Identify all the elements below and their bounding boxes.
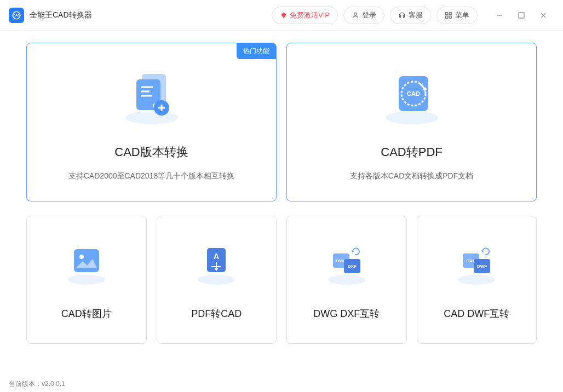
- titlebar: CAD 全能王CAD转换器 免费激活VIP 登录 客服 菜单: [0, 0, 563, 31]
- svg-text:DXF: DXF: [348, 264, 357, 269]
- status-bar: 当前版本：v2.0.0.1: [9, 379, 65, 389]
- close-icon: [539, 11, 547, 19]
- vip-activate-button[interactable]: 免费激活VIP: [272, 7, 338, 24]
- grid-icon: [445, 11, 452, 19]
- maximize-button[interactable]: [510, 7, 532, 24]
- cad-to-pdf-icon: CAD: [379, 63, 445, 129]
- svg-point-28: [79, 255, 84, 259]
- svg-rect-27: [74, 249, 99, 272]
- minimize-icon: [496, 11, 503, 19]
- card-cad-to-pdf[interactable]: CAD CAD转PDF 支持各版本CAD文档转换成PDF文档: [286, 43, 537, 201]
- app-logo-icon: CAD: [9, 8, 24, 23]
- headset-icon: [398, 11, 406, 19]
- cad-dwf-icon: CAD DWF: [452, 239, 501, 289]
- main-content: 热门功能 CAD CAD版本转换 支持CAD2000至CAD2018等几十个版本…: [0, 31, 563, 349]
- card-title: DWG DXF互转: [313, 307, 380, 320]
- card-cad-dwf[interactable]: CAD DWF CAD DWF互转: [417, 216, 537, 344]
- card-title: PDF转CAD: [191, 307, 242, 320]
- card-title: CAD DWF互转: [444, 307, 509, 320]
- card-pdf-to-cad[interactable]: A PDF转CAD: [157, 216, 277, 344]
- svg-rect-4: [449, 12, 451, 14]
- svg-point-2: [354, 13, 357, 15]
- diamond-icon: [280, 11, 288, 19]
- vip-label: 免费激活VIP: [290, 10, 330, 20]
- card-title: CAD转PDF: [381, 144, 442, 160]
- svg-rect-6: [449, 16, 451, 18]
- svg-point-35: [328, 275, 365, 285]
- login-label: 登录: [362, 10, 376, 20]
- version-label: 当前版本：: [9, 380, 42, 388]
- maximize-icon: [518, 12, 525, 19]
- support-label: 客服: [409, 10, 423, 20]
- svg-text:A: A: [214, 252, 219, 261]
- card-cad-to-image[interactable]: CAD转图片: [26, 216, 147, 344]
- svg-point-11: [125, 111, 178, 124]
- svg-rect-3: [446, 12, 448, 14]
- card-desc: 支持CAD2000至CAD2018等几十个版本相互转换: [68, 171, 234, 181]
- close-button[interactable]: [532, 7, 554, 24]
- version-value: v2.0.0.1: [42, 380, 65, 388]
- svg-point-29: [198, 275, 235, 285]
- card-title: CAD转图片: [61, 307, 112, 320]
- cad-to-image-icon: [62, 239, 111, 289]
- minimize-button[interactable]: [489, 7, 510, 24]
- cad-version-icon: CAD: [119, 63, 185, 129]
- card-title: CAD版本转换: [114, 144, 188, 160]
- support-button[interactable]: 客服: [390, 7, 431, 24]
- svg-rect-5: [446, 16, 448, 18]
- hot-badge: 热门功能: [237, 43, 276, 59]
- card-dwg-dxf[interactable]: DWG DXF DWG DXF互转: [286, 216, 407, 344]
- app-title: 全能王CAD转换器: [30, 10, 92, 20]
- user-icon: [352, 11, 359, 19]
- svg-text:DWF: DWF: [477, 264, 487, 269]
- menu-label: 菜单: [455, 10, 469, 20]
- menu-button[interactable]: 菜单: [436, 7, 478, 24]
- svg-point-21: [386, 111, 438, 124]
- card-desc: 支持各版本CAD文档转换成PDF文档: [350, 171, 474, 181]
- svg-rect-8: [519, 13, 524, 18]
- pdf-to-cad-icon: A: [192, 239, 241, 289]
- svg-text:CAD: CAD: [407, 90, 420, 97]
- svg-text:CAD: CAD: [13, 14, 20, 17]
- svg-point-41: [458, 275, 495, 285]
- card-cad-version-convert[interactable]: 热门功能 CAD CAD版本转换 支持CAD2000至CAD2018等几十个版本…: [26, 43, 277, 201]
- login-button[interactable]: 登录: [343, 7, 384, 24]
- dwg-dxf-icon: DWG DXF: [322, 239, 371, 289]
- svg-point-26: [68, 275, 105, 285]
